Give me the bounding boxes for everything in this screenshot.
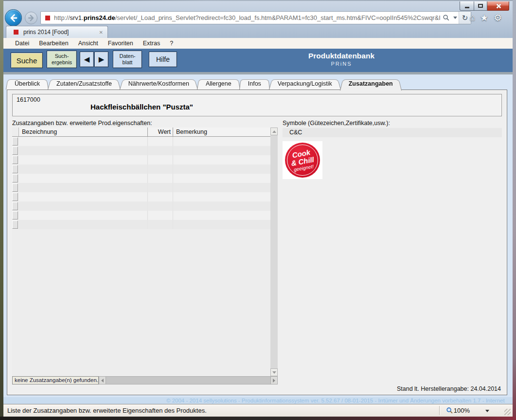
symbol-row[interactable]: C&C bbox=[283, 128, 502, 137]
tab-infos[interactable]: Infos bbox=[241, 78, 268, 90]
address-bar[interactable]: http://srv1.prins24.de/servlet/_Load_pri… bbox=[40, 11, 471, 24]
attributes-table-body bbox=[12, 137, 270, 229]
menu-item-ansicht[interactable]: Ansicht bbox=[73, 38, 103, 49]
scroll-down-button[interactable] bbox=[270, 368, 278, 376]
resize-grip[interactable] bbox=[504, 409, 511, 415]
next-record-button[interactable]: ▶ bbox=[94, 52, 108, 67]
page-favicon bbox=[45, 16, 50, 20]
menu-bar: DateiBearbeitenAnsichtFavoritenExtras? bbox=[3, 38, 513, 49]
close-button[interactable] bbox=[487, 1, 509, 11]
datasheet-button[interactable]: Daten- blatt bbox=[113, 51, 142, 68]
scroll-right-icon bbox=[273, 379, 275, 383]
table-header-row: Bezeichnung Wert Bemerkung bbox=[12, 128, 270, 137]
cell-wert bbox=[148, 164, 173, 174]
row-selector[interactable] bbox=[12, 220, 18, 229]
window-border-left bbox=[0, 0, 3, 420]
table-row[interactable] bbox=[12, 164, 270, 174]
cell-bemerkung bbox=[173, 183, 270, 192]
row-selector[interactable] bbox=[12, 146, 18, 155]
browser-tab[interactable]: prins 2014 [Food] ✕ bbox=[6, 26, 108, 38]
cell-bezeichnung bbox=[19, 192, 148, 201]
horizontal-scrollbar[interactable] bbox=[99, 376, 278, 384]
maximize-icon bbox=[478, 4, 483, 8]
menu-item-bearbeiten[interactable]: Bearbeiten bbox=[34, 38, 73, 49]
cell-bezeichnung bbox=[19, 220, 148, 229]
row-selector[interactable] bbox=[12, 174, 18, 183]
scroll-up-button[interactable] bbox=[270, 128, 278, 135]
search-icon[interactable] bbox=[440, 12, 452, 24]
previous-icon: ◀ bbox=[84, 55, 90, 64]
favorites-icon[interactable]: ★ bbox=[480, 12, 488, 23]
menu-item-datei[interactable]: Datei bbox=[10, 38, 34, 49]
cell-wert bbox=[148, 183, 173, 192]
cell-bezeichnung bbox=[19, 137, 148, 146]
tab-close-icon[interactable]: ✕ bbox=[98, 30, 105, 35]
zoom-level[interactable]: 100% bbox=[454, 404, 470, 417]
page-background: ÜberblickZutaten/ZusatzstoffeNährwerte/K… bbox=[3, 74, 513, 404]
cell-bezeichnung bbox=[19, 164, 148, 174]
back-arrow-icon bbox=[8, 13, 19, 23]
menu-item-help[interactable]: ? bbox=[165, 38, 178, 49]
row-selector[interactable] bbox=[12, 165, 18, 173]
cell-bezeichnung bbox=[19, 146, 148, 155]
navigation-row: http://srv1.prins24.de/servlet/_Load_pri… bbox=[3, 9, 513, 26]
horizontal-scroll-track[interactable] bbox=[106, 376, 270, 384]
scroll-right-button[interactable] bbox=[270, 376, 278, 384]
manufacturer-date-note: Stand lt. Herstellerangabe: 24.04.2014 bbox=[397, 385, 501, 392]
cell-wert bbox=[148, 211, 173, 220]
tab-zutaten-zusatzstoffe[interactable]: Zutaten/Zusatzstoffe bbox=[49, 78, 119, 90]
menu-item-extras[interactable]: Extras bbox=[138, 38, 165, 49]
address-dropdown-caret-icon[interactable] bbox=[452, 12, 459, 24]
tab-favicon bbox=[14, 30, 18, 35]
column-header-wert[interactable]: Wert bbox=[148, 128, 173, 136]
column-header-bezeichnung[interactable]: Bezeichnung bbox=[19, 128, 148, 136]
row-selector[interactable] bbox=[12, 202, 18, 210]
menu-item-favoriten[interactable]: Favoriten bbox=[103, 38, 138, 49]
refresh-icon[interactable]: ↻ bbox=[459, 12, 471, 24]
cell-bezeichnung bbox=[19, 211, 148, 220]
vertical-scrollbar[interactable] bbox=[270, 128, 278, 376]
product-name: Hackfleischbällchen "Puszta" bbox=[90, 103, 193, 111]
table-row[interactable] bbox=[12, 201, 270, 211]
zoom-icon bbox=[446, 407, 453, 416]
previous-record-button[interactable]: ◀ bbox=[80, 52, 94, 67]
tab-verpackung-logistik[interactable]: Verpackung/Logistik bbox=[270, 78, 339, 90]
cell-wert bbox=[148, 192, 173, 201]
table-row[interactable] bbox=[12, 155, 270, 164]
tab-n-hrwerte-kostformen[interactable]: Nährwerte/Kostformen bbox=[121, 78, 196, 90]
url-text[interactable]: http://srv1.prins24.de/servlet/_Load_pri… bbox=[54, 14, 440, 21]
browser-tab-strip: prins 2014 [Food] ✕ bbox=[3, 25, 513, 38]
back-button[interactable] bbox=[5, 9, 22, 26]
content-panel: 1617000 Hackfleischbällchen "Puszta" Zus… bbox=[7, 90, 507, 395]
table-row[interactable] bbox=[12, 192, 270, 201]
row-selector[interactable] bbox=[12, 156, 18, 164]
help-button[interactable]: Hilfe bbox=[149, 52, 177, 67]
table-row[interactable] bbox=[12, 146, 270, 155]
tab-zusatzangaben[interactable]: Zusatzangaben bbox=[341, 78, 400, 90]
table-row[interactable] bbox=[12, 220, 270, 229]
tools-gear-icon[interactable]: ⚙ bbox=[494, 12, 502, 23]
cell-wert bbox=[148, 201, 173, 211]
page-footer: © 2004 - 2014 sellysolutions - Produktin… bbox=[3, 397, 513, 404]
search-result-button[interactable]: Such- ergebnis bbox=[47, 51, 77, 68]
row-selector[interactable] bbox=[12, 193, 18, 201]
row-selector[interactable] bbox=[12, 137, 18, 146]
table-row[interactable] bbox=[12, 211, 270, 220]
tab-allergene[interactable]: Allergene bbox=[198, 78, 239, 90]
tab-berblick[interactable]: Überblick bbox=[7, 78, 47, 90]
minimize-button[interactable] bbox=[460, 1, 474, 11]
table-row[interactable] bbox=[12, 183, 270, 192]
zoom-dropdown-caret-icon[interactable] bbox=[485, 410, 489, 412]
search-button[interactable]: Suche bbox=[11, 53, 43, 68]
home-icon[interactable]: ⌂ bbox=[470, 12, 475, 23]
table-row[interactable] bbox=[12, 137, 270, 146]
scroll-left-button[interactable] bbox=[99, 376, 106, 384]
forward-button[interactable] bbox=[25, 12, 37, 24]
maximize-button[interactable] bbox=[474, 1, 487, 11]
row-selector[interactable] bbox=[12, 183, 18, 192]
column-header-bemerkung[interactable]: Bemerkung bbox=[173, 128, 270, 136]
table-row[interactable] bbox=[12, 174, 270, 183]
row-selector[interactable] bbox=[12, 211, 18, 219]
cell-bemerkung bbox=[173, 146, 270, 155]
cook-chill-badge: Cook & Chill geeignet! bbox=[283, 141, 322, 179]
